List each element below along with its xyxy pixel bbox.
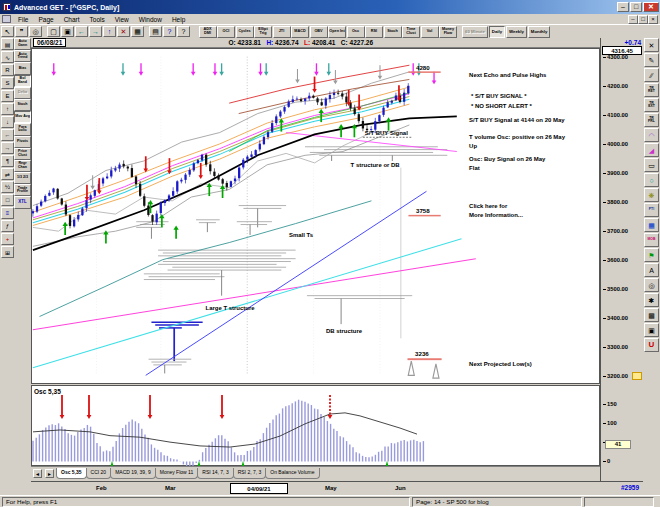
axis-tool-icon[interactable] [632,372,642,380]
study-stoch[interactable]: Stoch [384,26,402,38]
study-btn-delta[interactable]: Delta [14,87,31,99]
quote-icon[interactable]: ❞ [15,26,28,37]
maximize-button[interactable]: □ [630,2,642,12]
delete-icon[interactable]: ✕ [117,26,130,37]
menu-tools[interactable]: Tools [85,16,110,23]
menu-view[interactable]: View [110,16,134,23]
menu-page[interactable]: Page [33,16,58,23]
swap-icon[interactable]: ⇄ [1,168,14,180]
flag-tool[interactable]: ⚑ [644,248,659,262]
tab-on-balance-volume[interactable]: On Balance Volume [265,468,319,479]
timeframe-60-minute[interactable]: 60 Minute [462,26,488,38]
fib-grid-tool[interactable]: ▦ [644,218,659,232]
window-arrange-icon[interactable]: ⊞ [1,246,14,258]
study-btn-xtl[interactable]: XTL [14,196,31,208]
cross-icon[interactable]: + [1,233,14,245]
study-btn-auto-trend[interactable]: Auto Trend [14,50,31,62]
child-close-button[interactable]: × [648,15,658,24]
study-btn-price-clust[interactable]: Price Clust [14,148,31,160]
tr-ret-tool[interactable]: TR RET [644,83,659,97]
quick-reset-icon[interactable]: R [1,64,14,76]
timeframe-weekly[interactable]: Weekly [506,26,527,38]
tab-scroll-right[interactable]: ► [45,469,54,478]
delete-tool[interactable]: ✕ [644,38,659,52]
study-vol[interactable]: Vol [421,26,439,38]
tab-osc-5-35[interactable]: Osc 5,35 [56,468,87,479]
study-rsi[interactable]: RSI [365,26,383,38]
tab-cci-20[interactable]: CCI 20 [86,468,112,479]
rectangle-tool[interactable]: ▭ [644,158,659,172]
study-osc[interactable]: Osc [347,26,365,38]
arrow-up-icon[interactable]: ↑ [1,103,14,115]
gann-fan-tool[interactable]: ◢ [644,143,659,157]
date-cursor-box[interactable]: 04/09/21 [230,483,288,494]
open-folder-icon[interactable]: ▤ [1,38,14,50]
study-btn-para-bolic[interactable]: Para bolic [14,123,31,135]
context-help-icon[interactable]: ? [177,26,190,37]
page-back-icon[interactable]: ← [75,26,88,37]
zoom-icon[interactable]: ◎ [29,26,42,37]
study-btn-regr-chan[interactable]: Regr Chan [14,160,31,172]
study-oci[interactable]: OCI [217,26,235,38]
document-icon[interactable] [2,15,11,23]
menu-file[interactable]: File [13,16,33,23]
study-ellipt-trig[interactable]: Ellipt Trig [254,26,272,38]
nine-one-icon[interactable]: ¶ [1,155,14,167]
menu-chart[interactable]: Chart [59,16,85,23]
workspace-icon[interactable]: ▦ [131,26,144,37]
study-cycles[interactable]: Cycles [236,26,254,38]
tab-rsi-2-7-3[interactable]: RSI 2, 7, 3 [233,468,267,479]
tick-chart-icon[interactable]: ∿ [1,51,14,63]
ellipse-tool[interactable]: ○ [644,173,659,187]
oscillator-panel[interactable] [31,385,600,466]
study-icon[interactable]: S [1,77,14,89]
study-btn-bol-band[interactable]: Bol Band [14,75,31,87]
arrow-left-icon[interactable]: ← [1,129,14,141]
tab-money-flow-11[interactable]: Money Flow 11 [155,468,199,479]
tr-ext-tool[interactable]: TR EXT [644,98,659,112]
study-btn-mov-avg[interactable]: Mov Avg [14,111,31,123]
study-jti[interactable]: JTI [273,26,291,38]
help-icon[interactable]: ? [163,26,176,37]
menu-window[interactable]: Window [134,16,167,23]
arrow-right-icon[interactable]: → [1,142,14,154]
minimize-button[interactable]: – [617,2,629,12]
arrow-down-icon[interactable]: ↓ [1,116,14,128]
zoom-tool[interactable]: ◎ [644,278,659,292]
close-button[interactable]: ✕ [643,2,659,12]
elliott-icon[interactable]: E [1,90,14,102]
study-money-flow[interactable]: Money Flow [439,26,457,38]
menu-help[interactable]: Help [167,16,190,23]
timeframe-daily[interactable]: Daily [489,26,505,38]
tab-scroll-left[interactable]: ◄ [33,469,42,478]
timeframe-monthly[interactable]: Monthly [528,26,550,38]
study-macd[interactable]: MACD [291,26,309,38]
pointer-icon[interactable]: ↖ [1,26,14,37]
study-btn-pivots[interactable]: Pivots [14,136,31,148]
tab-rsi-14-7-3[interactable]: RSI 14, 7, 3 [197,468,233,479]
fib-arcs-tool[interactable]: ◠ [644,128,659,142]
box-icon[interactable]: □ [1,194,14,206]
study-time-clust[interactable]: Time Clust [402,26,420,38]
print-icon[interactable]: ▤ [149,26,162,37]
study-btn-1-3-2-3[interactable]: 1/3 2/3 [14,172,31,184]
lines-icon[interactable]: ≡ [1,207,14,219]
page-up-icon[interactable]: ↑ [103,26,116,37]
study-adx-dmi[interactable]: ADX DMI [199,26,217,38]
copy-tool[interactable]: ▣ [644,323,659,337]
trendlines-tool[interactable]: ∕∕ [644,68,659,82]
study-open-int[interactable]: Open Int [328,26,346,38]
percent-icon[interactable]: ½ [1,181,14,193]
child-restore-button[interactable]: □ [638,15,648,24]
child-minimize-button[interactable]: – [628,15,638,24]
new-page-icon[interactable]: ▢ [47,26,60,37]
text-tool[interactable]: A [644,263,659,277]
fib-icon[interactable]: ƒ [1,220,14,232]
tab-macd-19-39-9[interactable]: MACD 19, 39, 9 [110,468,156,479]
pattern-tool[interactable]: ▩ [644,308,659,322]
palette-tool[interactable]: ✱ [644,293,659,307]
mob-tool[interactable]: MOB [644,233,659,247]
tr-prl-tool[interactable]: TR PRL [644,113,659,127]
pencil-tool[interactable]: ✎ [644,53,659,67]
pti-tool[interactable]: PTI [644,203,659,217]
